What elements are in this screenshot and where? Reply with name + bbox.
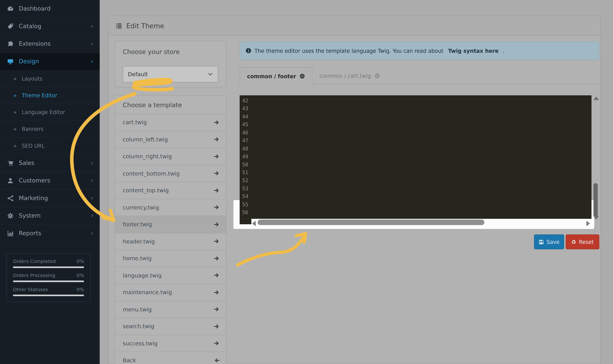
save-floppy-icon — [539, 239, 544, 244]
stat-progress-bar — [13, 281, 84, 282]
editor-tab[interactable]: common / cart.twig — [312, 67, 387, 84]
line-number: 51 — [240, 169, 251, 177]
code-line: <script async src="https://static.sppopu… — [251, 201, 591, 208]
sidebar-item[interactable]: Customers › — [0, 172, 100, 190]
code-line: <p>{{ powered }}</p> — [251, 97, 591, 105]
hscroll-right-arrow-icon[interactable] — [586, 221, 590, 226]
submenu-marker-icon: » — [13, 143, 17, 149]
save-button[interactable]: Save — [534, 234, 564, 249]
stat-value: 0% — [77, 273, 84, 278]
template-item-label: footer.twig — [123, 221, 152, 227]
code-line-row: 44 </footer> — [240, 113, 592, 121]
template-item-label: language.twig — [123, 272, 162, 278]
template-item[interactable]: footer.twig — [115, 216, 226, 233]
template-item[interactable]: home.twig — [115, 250, 226, 267]
sidebar-item-label: Sales — [19, 159, 34, 167]
chevron-right-icon: › — [91, 195, 93, 201]
twig-syntax-link[interactable]: Twig syntax here — [448, 47, 499, 54]
reset-button[interactable]: ♻ Reset — [566, 234, 599, 249]
code-line-row: 42 <p>{{ powered }}</p> — [240, 97, 592, 105]
line-number: 54 — [240, 193, 251, 201]
horizontal-scrollbar-thumb[interactable] — [258, 220, 484, 225]
sidebar-subitem-label: SEO URL — [22, 143, 45, 149]
line-number: 47 — [240, 137, 251, 145]
info-icon — [245, 48, 251, 54]
code-line-row: 55 <script async src="https://static.spp… — [240, 201, 592, 208]
template-item[interactable]: column_left.twig — [115, 131, 226, 148]
template-item-label: header.twig — [123, 238, 155, 245]
choose-template-panel: Choose a template cart.twig column_left.… — [115, 95, 226, 364]
sidebar-item[interactable]: Design › — [0, 53, 100, 70]
code-line-row: 47 {% endfor %} — [240, 137, 592, 145]
code-line: </body></html> — [251, 209, 591, 217]
vscroll-down-arrow-icon[interactable] — [593, 216, 599, 220]
hscroll-left-arrow-icon[interactable] — [252, 221, 256, 226]
system-gear-icon — [7, 212, 14, 219]
sidebar-item[interactable]: Sales › — [0, 154, 100, 172]
sidebar-item[interactable]: Dashboard — [0, 0, 100, 18]
code-line-row: 48 {% for script in scripts %} — [240, 145, 592, 153]
sidebar-subitem[interactable]: » Language Editor — [0, 104, 100, 121]
sidebar-subitem[interactable]: » Layouts — [0, 70, 100, 87]
list-icon — [116, 22, 122, 29]
sidebar-subitem[interactable]: » SEO URL — [0, 137, 100, 154]
code-line: OpenCart is open source software and you… — [251, 177, 591, 185]
line-number: 44 — [240, 113, 251, 121]
template-item[interactable]: content_bottom.twig — [115, 165, 226, 182]
sidebar-item-label: Catalog — [19, 23, 41, 30]
line-number: 45 — [240, 121, 251, 129]
sidebar-subitem[interactable]: » Banners — [0, 121, 100, 137]
template-item[interactable]: menu.twig — [115, 301, 226, 318]
template-item[interactable]: content_top.twig — [115, 182, 226, 199]
template-item[interactable]: maintenance.twig — [115, 284, 226, 301]
template-item[interactable]: search.twig — [115, 318, 226, 335]
template-item[interactable]: column_right.twig — [115, 148, 226, 165]
line-number: 42 — [240, 97, 251, 105]
code-line-row: 54 //--> — [240, 193, 592, 201]
template-item[interactable]: success.twig — [115, 335, 226, 352]
line-number: 56 — [240, 209, 251, 217]
chevron-down-icon — [208, 72, 213, 77]
arrow-right-icon — [214, 238, 220, 244]
sidebar-design-submenu: » Layouts » Theme Editor » Language Edit… — [0, 70, 100, 154]
code-line: {% for style in styles %} — [251, 121, 591, 129]
store-select[interactable]: Default — [123, 66, 218, 83]
line-number: 50 — [240, 161, 251, 169]
sidebar-item[interactable]: System › — [0, 207, 100, 225]
template-item[interactable]: language.twig — [115, 267, 226, 284]
sidebar: Dashboard Catalog › Extensions › — [0, 0, 100, 364]
choose-template-title: Choose a template — [115, 96, 226, 114]
sidebar-item[interactable]: Reports › — [0, 225, 100, 242]
sidebar-item[interactable]: Catalog › — [0, 18, 100, 35]
panel-header: Edit Theme — [109, 16, 600, 36]
choose-store-panel: Choose your store Default — [115, 41, 226, 88]
editor-tab[interactable]: common / footer — [240, 67, 313, 84]
chevron-right-icon: › — [91, 177, 93, 183]
code-editor[interactable]: 42 <p>{{ powered }}</p> 43 </div> 44 — [240, 95, 592, 219]
code-line: <link href="{{ style.href }}" type="text… — [251, 129, 591, 137]
stat-label: Orders Completed — [13, 259, 56, 264]
sidebar-item-label: Marketing — [19, 195, 48, 202]
stat-value: 0% — [77, 259, 84, 264]
template-item[interactable]: header.twig — [115, 233, 226, 250]
chevron-right-icon: › — [91, 230, 93, 236]
stat-progress-bar — [13, 266, 84, 268]
sidebar-item[interactable]: Marketing › — [0, 190, 100, 207]
template-item[interactable]: currency.twig — [115, 199, 226, 216]
sidebar-item[interactable]: Extensions › — [0, 35, 100, 53]
stat-row: Orders Processing 0% — [13, 273, 84, 282]
vscroll-up-arrow-icon[interactable] — [593, 97, 599, 100]
template-item[interactable]: cart.twig — [115, 114, 226, 131]
submenu-marker-icon: » — [13, 126, 17, 132]
template-list: cart.twig column_left.twig column_right.… — [115, 114, 226, 364]
line-number: 46 — [240, 129, 251, 137]
twig-info-alert: The theme editor uses the template langu… — [240, 41, 600, 60]
choose-store-title: Choose your store — [115, 41, 226, 63]
vertical-scrollbar-thumb[interactable] — [593, 183, 598, 217]
close-tab-icon[interactable] — [300, 73, 305, 79]
chevron-right-icon: › — [91, 160, 93, 166]
template-item[interactable]: Back — [115, 352, 226, 364]
code-line-row: 50 {% endfor %} — [240, 161, 592, 169]
close-tab-icon[interactable] — [374, 73, 380, 78]
sidebar-subitem[interactable]: » Theme Editor — [0, 87, 100, 104]
